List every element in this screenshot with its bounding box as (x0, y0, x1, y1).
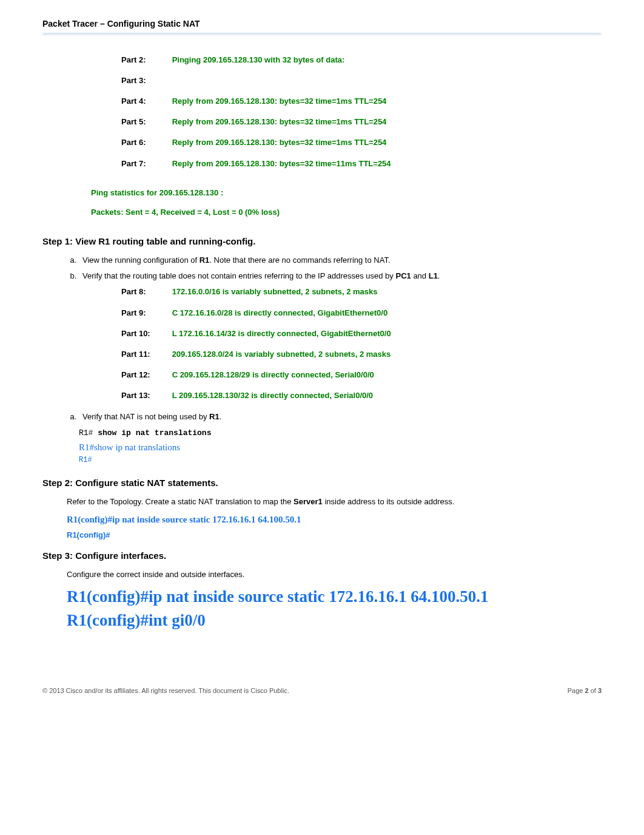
ping-line: Reply from 209.165.128.130: bytes=32 tim… (172, 159, 391, 168)
routing-text: L 172.16.16.14/32 is directly connected,… (172, 329, 391, 338)
step3-para: Configure the correct inside and outside… (67, 569, 602, 580)
ping-stats: Ping statistics for 209.165.128.130 : Pa… (91, 188, 602, 218)
list-item: Verify that NAT is not being used by R1. (79, 411, 602, 422)
ping-output-block: Part 2: Pinging 209.165.128.130 with 32 … (121, 55, 602, 169)
routing-label: Part 10: (121, 328, 170, 339)
routing-text: L 209.165.128.130/32 is directly connect… (172, 391, 373, 400)
part-row: Part 2: Pinging 209.165.128.130 with 32 … (121, 55, 602, 66)
title-underline (42, 33, 602, 36)
ping-line: Reply from 209.165.128.130: bytes=32 tim… (172, 96, 387, 106)
footer-right: Page 2 of 3 (568, 686, 602, 695)
routing-row: Part 11: 209.165.128.0/24 is variably su… (121, 349, 602, 360)
routing-label: Part 8: (121, 286, 170, 297)
part-row: Part 4: Reply from 209.165.128.130: byte… (121, 96, 602, 107)
bold: Server1 (293, 497, 323, 506)
step2-heading: Step 2: Configure static NAT statements. (42, 476, 602, 489)
part-label: Part 5: (121, 117, 170, 127)
cmd-text: show ip nat translations (98, 428, 211, 438)
routing-label: Part 11: (121, 349, 170, 360)
text: . (220, 412, 222, 421)
bold: PC1 (395, 271, 411, 280)
text: Page (568, 687, 585, 694)
part-label: Part 6: (121, 137, 170, 148)
part-row: Part 6: Reply from 209.165.128.130: byte… (121, 137, 602, 148)
step1-verify-list: Verify that NAT is not being used by R1. (79, 411, 602, 422)
part-row: Part 5: Reply from 209.165.128.130: byte… (121, 117, 602, 127)
cmd-prompt: R1# (79, 428, 98, 438)
part-label: Part 3: (121, 75, 170, 86)
step2-para: Refer to the Topology. Create a static N… (67, 496, 602, 507)
routing-text: C 209.165.128.128/29 is directly connect… (172, 370, 374, 379)
part-label: Part 7: (121, 158, 170, 169)
step3-heading: Step 3: Configure interfaces. (42, 549, 602, 562)
footer: © 2013 Cisco and/or its affiliates. All … (42, 686, 602, 695)
routing-row: Part 12: C 209.165.128.128/29 is directl… (121, 370, 602, 380)
part-row: Part 3: (121, 75, 602, 86)
bold: R1 (200, 255, 210, 265)
footer-left: © 2013 Cisco and/or its affiliates. All … (42, 687, 289, 694)
ping-line: Reply from 209.165.128.130: bytes=32 tim… (172, 117, 387, 126)
routing-label: Part 13: (121, 390, 170, 401)
text: inside address to its outside address. (323, 497, 455, 506)
ping-stats-line: Packets: Sent = 4, Received = 4, Lost = … (91, 207, 602, 218)
text: . Note that there are no commands referr… (209, 255, 390, 265)
cmd-output: R1#show ip nat translations (79, 441, 602, 454)
ping-line: Reply from 209.165.128.130: bytes=32 tim… (172, 138, 387, 147)
bold: L1 (429, 271, 438, 280)
big-config-line: R1(config)#ip nat inside source static 1… (67, 586, 602, 607)
text: Verify that NAT is not being used by (82, 412, 209, 421)
routing-text: 209.165.128.0/24 is variably subnetted, … (172, 350, 391, 359)
routing-block: Part 8: 172.16.0.0/16 is variably subnet… (121, 286, 602, 401)
bold: R1 (209, 412, 220, 421)
part-label: Part 4: (121, 96, 170, 107)
cmd-output: R1# (79, 455, 602, 465)
cmd-line: R1# show ip nat translations (79, 427, 602, 439)
routing-text: 172.16.0.0/16 is variably subnetted, 2 s… (172, 287, 378, 296)
big-config-line: R1(config)#int gi0/0 (67, 610, 602, 631)
text: of (589, 687, 598, 694)
list-item: Verify that the routing table does not c… (79, 271, 602, 282)
text: Verify that the routing table does not c… (82, 271, 395, 280)
list-item: View the running configuration of R1. No… (79, 255, 602, 266)
config-line: R1(config)# (67, 530, 602, 541)
step1-heading: Step 1: View R1 routing table and runnin… (42, 235, 602, 248)
routing-label: Part 12: (121, 370, 170, 380)
step1-list: View the running configuration of R1. No… (79, 255, 602, 282)
routing-row: Part 13: L 209.165.128.130/32 is directl… (121, 390, 602, 401)
ping-line: Pinging 209.165.128.130 with 32 bytes of… (172, 55, 345, 64)
routing-row: Part 9: C 172.16.16.0/28 is directly con… (121, 308, 602, 319)
text: Refer to the Topology. Create a static N… (67, 497, 293, 506)
ping-stats-header: Ping statistics for 209.165.128.130 : (91, 188, 602, 198)
text: and (411, 271, 429, 280)
page-title: Packet Tracer – Configuring Static NAT (42, 18, 602, 30)
text: . (438, 271, 440, 280)
config-line: R1(config)#ip nat inside source static 1… (67, 513, 602, 526)
part-row: Part 7: Reply from 209.165.128.130: byte… (121, 158, 602, 169)
part-label: Part 2: (121, 55, 170, 66)
text: View the running configuration of (82, 255, 200, 265)
routing-row: Part 8: 172.16.0.0/16 is variably subnet… (121, 286, 602, 297)
routing-row: Part 10: L 172.16.16.14/32 is directly c… (121, 328, 602, 339)
routing-label: Part 9: (121, 308, 170, 319)
page-total: 3 (598, 687, 602, 694)
routing-text: C 172.16.16.0/28 is directly connected, … (172, 308, 387, 317)
